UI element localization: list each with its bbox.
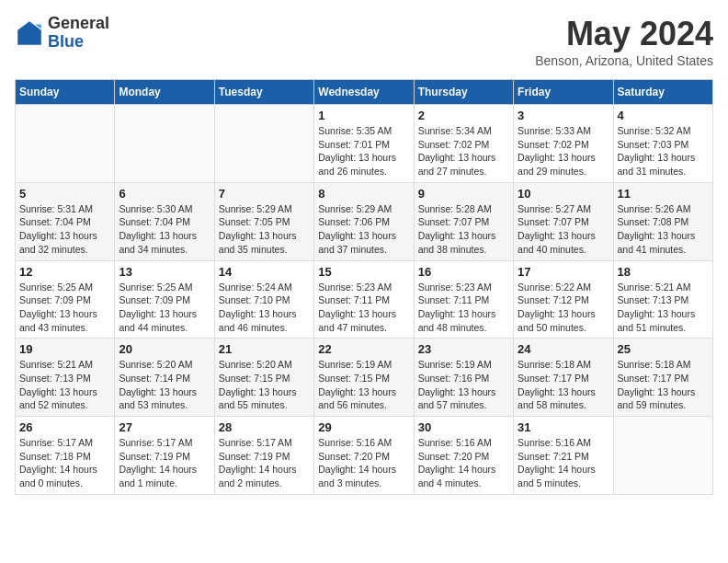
cell-info-text: Sunrise: 5:34 AM Sunset: 7:02 PM Dayligh… [418,124,509,178]
cell-date-number: 18 [618,265,709,279]
calendar-cell: 25Sunrise: 5:18 AM Sunset: 7:17 PM Dayli… [613,339,712,417]
cell-date-number: 5 [19,187,110,201]
cell-date-number: 23 [418,342,509,356]
subtitle: Benson, Arizona, United States [535,53,713,68]
cell-info-text: Sunrise: 5:23 AM Sunset: 7:11 PM Dayligh… [418,281,509,335]
cell-date-number: 7 [219,187,310,201]
cell-date-number: 24 [518,342,609,356]
cell-info-text: Sunrise: 5:30 AM Sunset: 7:04 PM Dayligh… [119,202,210,257]
calendar-cell: 20Sunrise: 5:20 AM Sunset: 7:14 PM Dayli… [115,339,214,417]
cell-date-number: 10 [518,187,609,201]
cell-info-text: Sunrise: 5:16 AM Sunset: 7:20 PM Dayligh… [418,436,509,490]
calendar-cell: 1Sunrise: 5:35 AM Sunset: 7:01 PM Daylig… [314,105,414,183]
header-cell-monday: Monday [115,80,214,105]
week-row: 19Sunrise: 5:21 AM Sunset: 7:13 PM Dayli… [16,339,713,417]
cell-date-number: 16 [418,265,509,279]
cell-info-text: Sunrise: 5:16 AM Sunset: 7:20 PM Dayligh… [318,436,409,490]
calendar-cell: 15Sunrise: 5:23 AM Sunset: 7:11 PM Dayli… [314,260,414,339]
cell-date-number: 9 [418,187,509,201]
cell-date-number: 12 [19,265,110,279]
week-row: 12Sunrise: 5:25 AM Sunset: 7:09 PM Dayli… [16,260,713,339]
calendar-cell: 18Sunrise: 5:21 AM Sunset: 7:13 PM Dayli… [613,260,712,339]
logo-text: General Blue [48,15,109,52]
cell-date-number: 19 [19,342,110,356]
calendar-cell: 29Sunrise: 5:16 AM Sunset: 7:20 PM Dayli… [314,417,414,495]
cell-date-number: 13 [119,265,210,279]
calendar-body: 1Sunrise: 5:35 AM Sunset: 7:01 PM Daylig… [16,105,713,495]
calendar-cell: 6Sunrise: 5:30 AM Sunset: 7:04 PM Daylig… [115,182,214,260]
cell-info-text: Sunrise: 5:31 AM Sunset: 7:04 PM Dayligh… [19,202,110,257]
calendar-cell: 7Sunrise: 5:29 AM Sunset: 7:05 PM Daylig… [214,182,313,260]
calendar-cell [115,105,214,183]
cell-info-text: Sunrise: 5:29 AM Sunset: 7:05 PM Dayligh… [219,202,310,257]
calendar-cell: 26Sunrise: 5:17 AM Sunset: 7:18 PM Dayli… [16,417,115,495]
cell-info-text: Sunrise: 5:26 AM Sunset: 7:08 PM Dayligh… [618,202,709,257]
calendar-cell: 30Sunrise: 5:16 AM Sunset: 7:20 PM Dayli… [414,417,513,495]
calendar-cell [214,105,313,183]
title-block: May 2024 Benson, Arizona, United States [535,15,713,68]
cell-date-number: 11 [618,187,709,201]
week-row: 1Sunrise: 5:35 AM Sunset: 7:01 PM Daylig… [16,105,713,183]
calendar-cell: 27Sunrise: 5:17 AM Sunset: 7:19 PM Dayli… [115,417,214,495]
calendar-table: SundayMondayTuesdayWednesdayThursdayFrid… [15,79,713,495]
calendar-cell: 9Sunrise: 5:28 AM Sunset: 7:07 PM Daylig… [414,182,513,260]
cell-info-text: Sunrise: 5:17 AM Sunset: 7:19 PM Dayligh… [119,436,210,490]
cell-date-number: 28 [219,420,310,434]
calendar-cell: 8Sunrise: 5:29 AM Sunset: 7:06 PM Daylig… [314,182,414,260]
cell-info-text: Sunrise: 5:16 AM Sunset: 7:21 PM Dayligh… [518,436,609,490]
cell-info-text: Sunrise: 5:32 AM Sunset: 7:03 PM Dayligh… [618,124,709,178]
cell-info-text: Sunrise: 5:22 AM Sunset: 7:12 PM Dayligh… [518,281,609,335]
calendar-cell: 2Sunrise: 5:34 AM Sunset: 7:02 PM Daylig… [414,105,513,183]
calendar-cell: 11Sunrise: 5:26 AM Sunset: 7:08 PM Dayli… [613,182,712,260]
cell-info-text: Sunrise: 5:35 AM Sunset: 7:01 PM Dayligh… [318,124,409,178]
calendar-cell: 21Sunrise: 5:20 AM Sunset: 7:15 PM Dayli… [214,339,313,417]
cell-info-text: Sunrise: 5:19 AM Sunset: 7:16 PM Dayligh… [418,358,509,412]
cell-date-number: 17 [518,265,609,279]
cell-date-number: 3 [518,109,609,122]
cell-date-number: 29 [318,420,409,434]
calendar-cell: 3Sunrise: 5:33 AM Sunset: 7:02 PM Daylig… [514,105,613,183]
header-cell-tuesday: Tuesday [214,80,313,105]
logo-general: General [48,15,109,33]
cell-date-number: 4 [618,109,709,122]
calendar-cell: 23Sunrise: 5:19 AM Sunset: 7:16 PM Dayli… [414,339,513,417]
week-row: 26Sunrise: 5:17 AM Sunset: 7:18 PM Dayli… [16,417,713,495]
cell-date-number: 15 [318,265,409,279]
cell-info-text: Sunrise: 5:17 AM Sunset: 7:19 PM Dayligh… [219,436,310,490]
calendar-cell: 17Sunrise: 5:22 AM Sunset: 7:12 PM Dayli… [514,260,613,339]
cell-date-number: 27 [119,420,210,434]
header-cell-saturday: Saturday [613,80,712,105]
logo-blue: Blue [48,33,109,52]
cell-date-number: 25 [618,342,709,356]
logo-icon [15,18,44,48]
header-cell-friday: Friday [514,80,613,105]
cell-info-text: Sunrise: 5:20 AM Sunset: 7:15 PM Dayligh… [219,358,310,412]
main-title: May 2024 [535,15,713,53]
calendar-cell: 22Sunrise: 5:19 AM Sunset: 7:15 PM Dayli… [314,339,414,417]
cell-info-text: Sunrise: 5:21 AM Sunset: 7:13 PM Dayligh… [19,358,110,412]
calendar-cell: 13Sunrise: 5:25 AM Sunset: 7:09 PM Dayli… [115,260,214,339]
cell-info-text: Sunrise: 5:19 AM Sunset: 7:15 PM Dayligh… [318,358,409,412]
cell-info-text: Sunrise: 5:25 AM Sunset: 7:09 PM Dayligh… [19,281,110,335]
logo: General Blue [15,15,109,52]
header-row: SundayMondayTuesdayWednesdayThursdayFrid… [16,80,713,105]
header-cell-wednesday: Wednesday [314,80,414,105]
calendar-cell: 19Sunrise: 5:21 AM Sunset: 7:13 PM Dayli… [16,339,115,417]
cell-date-number: 20 [119,342,210,356]
cell-date-number: 6 [119,187,210,201]
calendar-cell: 12Sunrise: 5:25 AM Sunset: 7:09 PM Dayli… [16,260,115,339]
cell-date-number: 22 [318,342,409,356]
cell-info-text: Sunrise: 5:17 AM Sunset: 7:18 PM Dayligh… [19,436,110,490]
calendar-cell [613,417,712,495]
week-row: 5Sunrise: 5:31 AM Sunset: 7:04 PM Daylig… [16,182,713,260]
cell-date-number: 31 [518,420,609,434]
cell-date-number: 21 [219,342,310,356]
cell-info-text: Sunrise: 5:29 AM Sunset: 7:06 PM Dayligh… [318,202,409,257]
cell-info-text: Sunrise: 5:27 AM Sunset: 7:07 PM Dayligh… [518,202,609,257]
calendar-header: SundayMondayTuesdayWednesdayThursdayFrid… [16,80,713,105]
cell-info-text: Sunrise: 5:25 AM Sunset: 7:09 PM Dayligh… [119,281,210,335]
cell-info-text: Sunrise: 5:23 AM Sunset: 7:11 PM Dayligh… [318,281,409,335]
calendar-cell: 28Sunrise: 5:17 AM Sunset: 7:19 PM Dayli… [214,417,313,495]
header-cell-sunday: Sunday [16,80,115,105]
page-header: General Blue May 2024 Benson, Arizona, U… [15,15,713,68]
